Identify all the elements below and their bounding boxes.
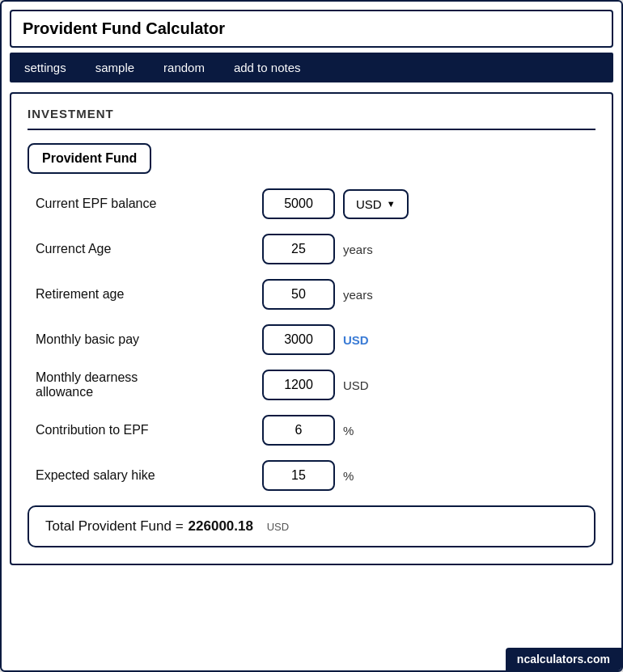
input-expected-salary-hike[interactable] — [262, 460, 335, 491]
form-row-contribution-to-epf: Contribution to EPF % — [28, 415, 595, 446]
title-bar: Provident Fund Calculator — [10, 10, 613, 48]
calculator-container: Provident Fund Calculator settings sampl… — [0, 0, 623, 672]
input-group-retirement-age: years — [262, 279, 373, 310]
unit-expected-salary-hike: % — [343, 469, 354, 483]
tab-settings[interactable]: settings — [10, 53, 81, 82]
tab-random[interactable]: random — [149, 53, 219, 82]
input-contribution-to-epf[interactable] — [262, 415, 335, 446]
chevron-down-icon: ▼ — [387, 199, 396, 209]
form-row-current-epf-balance: Current EPF balance USD ▼ — [28, 188, 595, 219]
input-group-current-age: years — [262, 234, 373, 264]
form-row-monthly-basic-pay: Monthly basic pay USD — [28, 324, 595, 355]
input-group-contribution-to-epf: % — [262, 415, 354, 446]
input-retirement-age[interactable] — [262, 279, 335, 310]
brand-footer: ncalculators.com — [506, 648, 621, 670]
form-row-monthly-dearness-allowance: Monthly dearnessallowance USD — [28, 370, 595, 400]
currency-label: USD — [356, 197, 382, 211]
input-group-current-epf-balance: USD ▼ — [262, 188, 409, 219]
input-group-monthly-dearness-allowance: USD — [262, 370, 369, 400]
label-current-age: Currenct Age — [36, 242, 262, 256]
input-group-monthly-basic-pay: USD — [262, 324, 369, 355]
label-monthly-basic-pay: Monthly basic pay — [36, 332, 262, 347]
section-header: INVESTMENT — [28, 107, 595, 130]
result-unit: USD — [267, 521, 289, 533]
label-monthly-dearness-allowance: Monthly dearnessallowance — [36, 370, 262, 399]
label-contribution-to-epf: Contribution to EPF — [36, 423, 262, 437]
input-current-age[interactable] — [262, 234, 335, 264]
currency-dropdown[interactable]: USD ▼ — [343, 189, 409, 219]
tab-bar: settings sample random add to notes — [10, 53, 613, 82]
result-value: 226000.18 — [189, 518, 253, 535]
unit-monthly-dearness-allowance: USD — [343, 378, 369, 392]
unit-retirement-age: years — [343, 288, 373, 302]
input-current-epf-balance[interactable] — [262, 188, 335, 219]
input-group-expected-salary-hike: % — [262, 460, 354, 491]
unit-monthly-basic-pay: USD — [343, 333, 369, 347]
label-retirement-age: Retirement age — [36, 287, 262, 302]
unit-current-age: years — [343, 243, 373, 256]
form-row-current-age: Currenct Age years — [28, 234, 595, 264]
tab-sample[interactable]: sample — [81, 53, 149, 82]
tab-add-to-notes[interactable]: add to notes — [219, 53, 316, 82]
page-title: Provident Fund Calculator — [23, 19, 225, 37]
form-row-expected-salary-hike: Expected salary hike % — [28, 460, 595, 491]
main-content: INVESTMENT Provident Fund Current EPF ba… — [10, 92, 613, 565]
input-monthly-dearness-allowance[interactable] — [262, 370, 335, 400]
unit-contribution-to-epf: % — [343, 424, 354, 437]
result-bar: Total Provident Fund = 226000.18 USD — [28, 505, 595, 547]
input-monthly-basic-pay[interactable] — [262, 324, 335, 355]
label-expected-salary-hike: Expected salary hike — [36, 468, 262, 483]
result-prefix: Total Provident Fund = — [45, 518, 184, 535]
form-row-retirement-age: Retirement age years — [28, 279, 595, 310]
investment-type-selector[interactable]: Provident Fund — [28, 143, 151, 174]
label-current-epf-balance: Current EPF balance — [36, 197, 262, 211]
